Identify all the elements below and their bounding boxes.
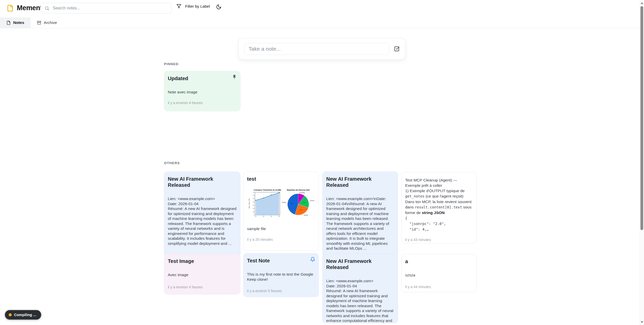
note-timestamp: il y a environ 4 heures — [168, 101, 237, 105]
tab-bar: Notes Archive — [0, 17, 640, 28]
scroll-up-arrow[interactable] — [641, 2, 643, 4]
pin-icon[interactable] — [232, 75, 237, 79]
note-timestamp: il y a environ 4 heures — [168, 285, 237, 289]
archive-icon — [37, 21, 41, 25]
new-checklist-button[interactable] — [394, 46, 400, 52]
note-title: a — [405, 258, 473, 264]
svg-text:10.0%: 10.0% — [298, 198, 302, 199]
svg-text:30: 30 — [253, 205, 254, 206]
note-card-test-note[interactable]: Test Note This is my first note to test … — [243, 253, 319, 297]
note-icon — [6, 21, 11, 25]
app-logo: Memento — [7, 4, 46, 12]
filter-icon — [176, 4, 181, 9]
note-timestamp: il y a 44 minutes — [405, 285, 473, 289]
svg-text:20.0%: 20.0% — [303, 202, 306, 203]
svg-text:Répartition des Revenus 2024: Répartition des Revenus 2024 — [287, 189, 310, 191]
checkbox-icon — [394, 46, 400, 52]
tab-notes[interactable]: Notes — [0, 17, 31, 28]
svg-text:70: 70 — [253, 192, 254, 193]
search-box[interactable] — [41, 3, 172, 13]
svg-text:45.0%: 45.0% — [291, 203, 294, 204]
svg-text:50: 50 — [253, 198, 254, 199]
svg-text:Q4: Q4 — [278, 216, 280, 217]
svg-text:Q1: Q1 — [255, 216, 256, 217]
note-body: Lien: <www.example.com> Date: 2026-01-04… — [326, 278, 394, 323]
svg-text:10: 10 — [253, 211, 254, 213]
note-body: sample file — [247, 226, 315, 231]
status-dot — [9, 313, 12, 316]
note-timestamp: il y a 20 minutes — [247, 237, 315, 242]
status-label: Compiling ... — [14, 313, 36, 317]
filter-label: Filter by Label — [185, 4, 210, 9]
note-body: Avec image — [168, 272, 237, 277]
note-card-news-2[interactable]: New AI Framework Released Lien: <www.exa… — [322, 172, 398, 257]
note-body: Note avec image — [168, 90, 237, 95]
note-body: szsza — [405, 273, 473, 278]
note-card-test[interactable]: test Croissance Trimestrielle du CA (M€)… — [243, 172, 319, 251]
note-body: Lien: <www.example.com> Date: 2026-01-04… — [168, 196, 237, 246]
tab-notes-label: Notes — [13, 20, 24, 25]
note-card-mcp-cleanup[interactable]: Test MCP Cleanup (Agent) — Exemple prêt … — [401, 172, 477, 244]
note-body: Test MCP Cleanup (Agent) — Exemple prêt … — [405, 177, 473, 232]
svg-text:Licences: Licences — [310, 200, 315, 201]
theme-toggle-button[interactable] — [216, 4, 222, 10]
note-timestamp: il y a environ 5 heures — [247, 289, 315, 293]
search-input[interactable] — [52, 6, 168, 11]
tab-archive[interactable]: Archive — [31, 17, 63, 28]
note-title: Updated — [168, 75, 237, 81]
svg-text:40: 40 — [253, 201, 254, 203]
note-card-news-1[interactable]: New AI Framework Released Lien: <www.exa… — [164, 172, 240, 257]
app-header: Memento Filter by Label — [0, 0, 640, 17]
note-title: New AI Framework Released — [326, 258, 394, 270]
note-title: Test Image — [168, 258, 237, 264]
svg-text:20: 20 — [253, 208, 254, 209]
note-title: New AI Framework Released — [326, 176, 394, 188]
note-card-updated[interactable]: Updated Note avec image il y a environ 4… — [164, 71, 240, 111]
svg-text:25.0%: 25.0% — [299, 209, 303, 210]
filter-by-label-button[interactable]: Filter by Label — [176, 4, 210, 9]
compiling-status-toast: Compiling ... — [5, 310, 41, 320]
note-title: New AI Framework Released — [168, 176, 237, 188]
note-body: Lien: <www.example.com>\nDate: 2026-01-0… — [326, 196, 394, 251]
scroll-down-arrow[interactable] — [641, 321, 643, 323]
file-icon — [7, 5, 14, 12]
svg-text:Q3: Q3 — [270, 216, 272, 217]
note-body: This is my first note to test the Google… — [247, 272, 315, 282]
pinned-section-label: PINNED — [164, 62, 179, 66]
note-timestamp: il y a 43 minutes — [405, 238, 473, 242]
scrollbar-thumb[interactable] — [640, 6, 643, 230]
svg-text:Q2: Q2 — [263, 216, 264, 217]
note-card-test-image[interactable]: Test Image Avec image il y a environ 4 h… — [164, 254, 240, 294]
svg-text:Croissance Trimestrielle du CA: Croissance Trimestrielle du CA (M€) — [254, 189, 281, 191]
svg-text:Services: Services — [304, 215, 308, 216]
note-title: test — [247, 176, 315, 182]
others-section-label: OTHERS — [164, 161, 180, 165]
tab-archive-label: Archive — [44, 20, 57, 25]
bell-icon[interactable] — [310, 257, 315, 262]
svg-text:0: 0 — [253, 215, 254, 216]
note-title: Test Note — [247, 258, 315, 264]
note-card-a[interactable]: a szsza il y a 44 minutes — [401, 254, 477, 292]
note-card-news-3[interactable]: New AI Framework Released Lien: <www.exa… — [322, 254, 398, 323]
note-composer — [238, 38, 405, 60]
search-icon — [45, 6, 49, 11]
note-image: Croissance Trimestrielle du CA (M€)01020… — [247, 188, 315, 220]
take-note-input[interactable] — [244, 43, 389, 55]
scrollbar[interactable] — [640, 0, 644, 325]
svg-text:Consulting: Consulting — [299, 192, 305, 193]
svg-text:Chiffre d'affaires (M€): Chiffre d'affaires (M€) — [249, 198, 250, 209]
svg-text:Produits: Produits — [282, 202, 286, 203]
moon-icon — [216, 4, 222, 10]
svg-text:60: 60 — [253, 195, 254, 196]
